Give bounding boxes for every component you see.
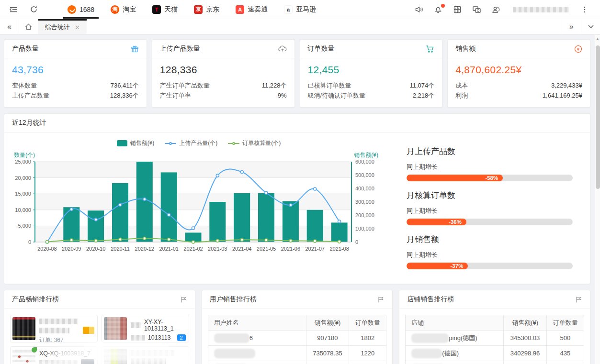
announcement-icon[interactable]: [412, 3, 426, 16]
taobao-icon: 淘: [111, 5, 119, 14]
censored-text: [131, 350, 175, 356]
legend-item-sales[interactable]: 销售额(¥): [117, 139, 155, 147]
censored-name: [214, 349, 255, 358]
stat-value: 43,736: [12, 64, 139, 76]
1688-icon: [68, 5, 76, 14]
page-scrollbar[interactable]: ▲: [595, 35, 600, 364]
column-header[interactable]: 用户姓名: [208, 315, 306, 331]
stat-card-title: 产品数量: [12, 44, 39, 53]
shop-sales-ranking-panel: 店铺销售排行榜 店铺 销售额(¥) 订单数量 ping(德国)345300.03…: [399, 290, 590, 364]
close-tab-icon[interactable]: ✕: [75, 24, 80, 31]
column-header[interactable]: 销售额(¥): [504, 315, 547, 331]
legend-line-swatch: [228, 143, 239, 144]
notification-bell-icon[interactable]: [431, 3, 445, 16]
orders-cell: 1802: [349, 331, 386, 346]
table-row[interactable]: 69071801802: [208, 331, 386, 346]
refresh-icon[interactable]: [27, 3, 40, 16]
platform-tab-taobao[interactable]: 淘淘宝: [102, 0, 144, 19]
censored-text: [131, 358, 167, 364]
product-card[interactable]: XY-XY-1013113_1 10131132: [102, 315, 189, 342]
dark-badge: [81, 359, 94, 364]
flag-icon: [377, 296, 385, 303]
svg-text:400,000: 400,000: [355, 186, 374, 191]
panel-title: 产品畅销排行榜: [12, 295, 59, 304]
svg-text:2021-06: 2021-06: [281, 246, 300, 252]
table-row[interactable]: ping(德国)345300.03500: [406, 331, 584, 346]
column-header[interactable]: 店铺: [406, 315, 504, 331]
product-sku: XQ-XQ-1003918_7: [39, 350, 91, 357]
yen-circle-icon: ¥: [574, 45, 582, 53]
svg-text:300,000: 300,000: [355, 199, 374, 205]
stat-row-label: 利润: [455, 90, 468, 100]
growth-column: 月上传产品数 同上期增长 -58% 月核算订单数 同上期增长 -36% 月销售额…: [390, 137, 587, 278]
product-card[interactable]: [102, 346, 189, 364]
svg-text:2021-01: 2021-01: [159, 246, 179, 252]
legend-item-uploaded[interactable]: 上传产品量(个): [165, 139, 217, 147]
monthly-statistics-panel: 近12月统计 销售额(¥) 上传产品量(个) 订单核算量(个) 05,00010…: [4, 113, 590, 284]
svg-text:5,000: 5,000: [18, 223, 31, 229]
customer-service-icon[interactable]: [489, 3, 502, 16]
stat-card-title: 订单数量: [308, 44, 335, 53]
platform-tabs: 1688 淘淘宝 T天猫 京京东 A速卖通 a亚马逊: [59, 0, 324, 19]
product-card[interactable]: XQ-XQ-1003918_7: [10, 346, 98, 364]
table-row[interactable]: (德国)340298.96435: [406, 346, 584, 361]
platform-tab-amazon[interactable]: a亚马逊: [276, 0, 324, 19]
legend-line-swatch: [165, 143, 176, 144]
home-icon[interactable]: [19, 19, 38, 34]
column-header[interactable]: 订单数量: [349, 315, 386, 331]
tab-options-chevron-icon[interactable]: [581, 19, 600, 34]
user-sales-table: 用户姓名 销售额(¥) 订单数量 69071801802 735078.3512…: [208, 315, 387, 364]
tab-summary-statistics[interactable]: 综合统计 ✕: [38, 19, 87, 34]
leaf-badge: [32, 347, 37, 353]
svg-text:2020-12: 2020-12: [135, 246, 154, 252]
client-sync-icon[interactable]: [470, 3, 483, 16]
username-censored[interactable]: [513, 7, 569, 12]
platform-label: 天猫: [164, 5, 178, 14]
platform-label: 淘宝: [123, 5, 136, 14]
legend-item-accounted[interactable]: 订单核算量(个): [228, 139, 281, 147]
stat-row-value: 11,074个: [409, 80, 434, 90]
top-navbar: 1688 淘淘宝 T天猫 京京东 A速卖通 a亚马逊: [0, 0, 600, 19]
column-header[interactable]: 销售额(¥): [306, 315, 349, 331]
growth-title: 月销售额: [407, 234, 573, 245]
product-card-grid: 订单: 367 XY-XY-1013113_1 10131132 XQ-XQ-1…: [4, 309, 195, 364]
orders-cell: 1220: [349, 346, 386, 361]
product-image: [104, 317, 127, 340]
table-row[interactable]: 55603264.131129: [208, 361, 386, 364]
stat-row-value: 128,336个: [110, 90, 139, 100]
column-header[interactable]: 订单数量: [546, 315, 584, 331]
legend-bar-swatch: [117, 140, 127, 146]
menu-fold-icon[interactable]: [7, 3, 20, 16]
product-card[interactable]: 订单: 367: [10, 315, 98, 342]
sales-cell: 603264.13: [306, 361, 349, 364]
name-suffix: (德国): [442, 349, 459, 358]
growth-progress-track: -36%: [407, 219, 573, 225]
kebab-menu-icon[interactable]: [578, 3, 591, 16]
stat-value: 4,870,602.25¥: [455, 64, 582, 76]
platform-tab-aliexpress[interactable]: A速卖通: [227, 0, 276, 19]
platform-tab-jd[interactable]: 京京东: [186, 0, 227, 19]
product-sku-alt: 1013113: [148, 334, 171, 341]
combo-chart[interactable]: 05,00010,00015,00020,00025,0000100,00020…: [7, 151, 383, 260]
platform-tab-tmall[interactable]: T天猫: [144, 0, 186, 19]
scroll-tabs-right-icon[interactable]: »: [562, 19, 581, 34]
stat-row-label: 上传产品数量: [12, 90, 49, 100]
platform-tab-1688[interactable]: 1688: [59, 0, 102, 19]
svg-text:2020-11: 2020-11: [111, 246, 130, 252]
svg-text:0: 0: [355, 239, 358, 245]
cloud-upload-icon: [278, 45, 287, 53]
product-image: [12, 349, 35, 364]
platform-label: 亚马逊: [296, 5, 316, 14]
stat-row-label: 变体数量: [12, 80, 37, 90]
sales-cell: 340298.96: [504, 346, 547, 361]
scrollbar-thumb[interactable]: [596, 45, 600, 189]
collapse-tabs-left-icon[interactable]: «: [0, 19, 19, 34]
table-row[interactable]: WU(德国)209001.85266: [406, 361, 584, 364]
stat-card-title: 销售额: [455, 44, 475, 53]
apps-grid-icon[interactable]: [451, 3, 464, 16]
name-suffix: 6: [249, 334, 253, 342]
amazon-icon: a: [284, 5, 293, 14]
svg-text:15,000: 15,000: [15, 191, 31, 197]
table-row[interactable]: 735078.351220: [208, 346, 386, 361]
scrollbar-up-arrow[interactable]: ▲: [595, 35, 600, 42]
